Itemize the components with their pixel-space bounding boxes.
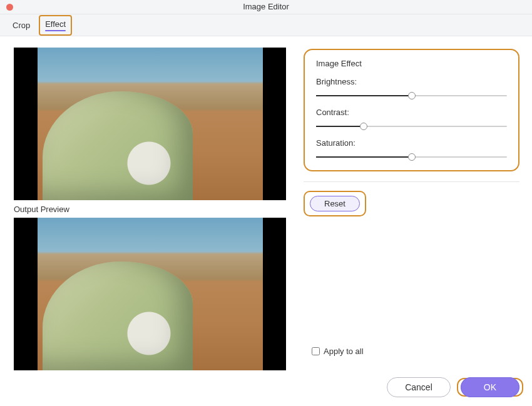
output-preview-label: Output Preview	[14, 205, 286, 214]
window-title: Image Editor	[243, 2, 289, 11]
reset-button[interactable]: Reset	[310, 196, 360, 211]
saturation-slider[interactable]	[316, 156, 507, 158]
brightness-label: Brightness:	[316, 77, 507, 86]
contrast-label: Contrast:	[316, 108, 507, 117]
cancel-button[interactable]: Cancel	[387, 377, 451, 397]
footer-buttons: Cancel OK	[387, 377, 523, 397]
output-image	[38, 218, 263, 370]
panel-title: Image Effect	[316, 59, 507, 68]
brightness-fill	[316, 95, 412, 96]
tab-crop[interactable]: Crop	[6, 16, 36, 34]
ok-button[interactable]: OK	[461, 377, 519, 397]
reset-highlight: Reset	[304, 191, 366, 216]
saturation-fill	[316, 156, 412, 158]
contrast-slider-group: Contrast:	[316, 108, 507, 127]
close-icon[interactable]	[6, 4, 13, 11]
apply-to-all-label: Apply to all	[324, 347, 364, 356]
tab-effect[interactable]: Effect	[39, 15, 72, 36]
contrast-fill	[316, 126, 364, 127]
contrast-thumb[interactable]	[360, 123, 367, 130]
brightness-thumb[interactable]	[408, 92, 416, 99]
preview-image	[38, 48, 263, 200]
apply-to-all-row[interactable]: Apply to all	[312, 347, 364, 356]
saturation-slider-group: Saturation:	[316, 138, 507, 158]
tab-bar: Crop Effect	[0, 14, 532, 36]
apply-to-all-checkbox[interactable]	[312, 347, 320, 355]
saturation-label: Saturation:	[316, 138, 507, 148]
image-effect-panel: Image Effect Brightness: Contrast: Satur…	[304, 49, 519, 171]
brightness-slider-group: Brightness:	[316, 77, 507, 96]
ok-highlight: OK	[457, 378, 523, 397]
divider	[304, 181, 519, 182]
titlebar: Image Editor	[0, 0, 532, 14]
contrast-slider[interactable]	[316, 126, 507, 127]
saturation-thumb[interactable]	[408, 153, 416, 161]
original-image-preview	[14, 48, 286, 200]
output-image-preview	[14, 218, 286, 370]
brightness-slider[interactable]	[316, 95, 507, 96]
